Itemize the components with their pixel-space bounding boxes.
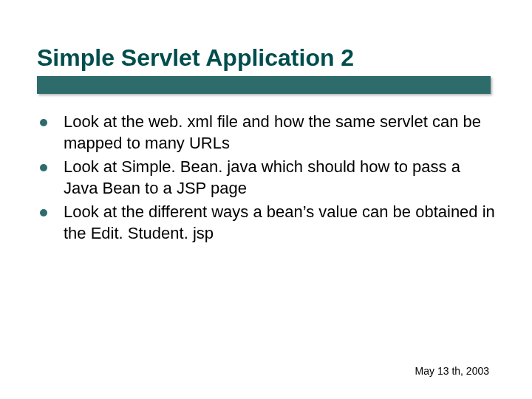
- bullet-list: Look at the web. xml file and how the sa…: [37, 112, 495, 245]
- bullet-text: Look at the web. xml file and how the sa…: [64, 112, 495, 154]
- list-item: Look at the web. xml file and how the sa…: [40, 112, 495, 154]
- list-item: Look at Simple. Bean. java which should …: [40, 157, 495, 199]
- bullet-icon: [40, 164, 47, 171]
- list-item: Look at the different ways a bean’s valu…: [40, 202, 495, 244]
- bullet-text: Look at Simple. Bean. java which should …: [64, 157, 495, 199]
- bullet-text: Look at the different ways a bean’s valu…: [64, 202, 495, 244]
- bullet-icon: [40, 209, 47, 216]
- title-underline: [37, 76, 491, 94]
- footer-date: May 13 th, 2003: [415, 365, 489, 377]
- slide: Simple Servlet Application 2 Look at the…: [0, 0, 532, 399]
- slide-title: Simple Servlet Application 2: [37, 44, 495, 72]
- bullet-icon: [40, 119, 47, 126]
